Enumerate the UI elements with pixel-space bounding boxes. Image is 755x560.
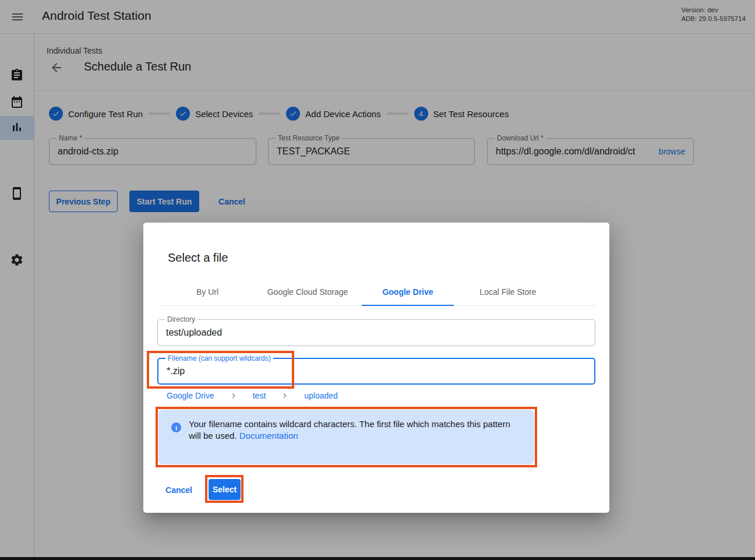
tab-google-cloud-storage[interactable]: Google Cloud Storage bbox=[257, 279, 358, 305]
filename-field-value[interactable]: *.zip bbox=[167, 366, 586, 376]
breadcrumb-google-drive[interactable]: Google Drive bbox=[167, 391, 214, 400]
dialog-select-button[interactable]: Select bbox=[209, 479, 241, 500]
tab-local-file-store[interactable]: Local File Store bbox=[458, 279, 558, 305]
wildcard-info-banner: i Your filename contains wildcard charac… bbox=[158, 410, 534, 464]
select-file-dialog: Select a file By Url Google Cloud Storag… bbox=[143, 223, 609, 513]
file-source-tabs: By Url Google Cloud Storage Google Drive… bbox=[157, 279, 595, 306]
filename-field[interactable]: Filename (can support wildcards) *.zip bbox=[157, 358, 595, 385]
dialog-title: Select a file bbox=[168, 251, 228, 265]
info-icon: i bbox=[171, 422, 181, 432]
wildcard-info-text: Your filename contains wildcard characte… bbox=[189, 418, 516, 441]
chevron-right-icon bbox=[280, 391, 290, 400]
documentation-link[interactable]: Documentation bbox=[239, 431, 298, 441]
breadcrumb-uploaded[interactable]: uploaded bbox=[304, 391, 338, 400]
chevron-right-icon bbox=[229, 391, 238, 400]
directory-field-value[interactable]: test/uploaded bbox=[166, 327, 587, 338]
filename-field-label: Filename (can support wildcards) bbox=[165, 355, 273, 362]
directory-field[interactable]: Directory test/uploaded bbox=[157, 319, 595, 346]
wildcard-info-sentence: Your filename contains wildcard characte… bbox=[189, 419, 510, 441]
tab-by-url[interactable]: By Url bbox=[157, 279, 257, 305]
breadcrumb-test[interactable]: test bbox=[253, 391, 266, 400]
drive-breadcrumb: Google Drive test uploaded bbox=[167, 391, 338, 400]
dialog-cancel-button[interactable]: Cancel bbox=[164, 480, 193, 501]
tab-google-drive[interactable]: Google Drive bbox=[358, 279, 458, 305]
app-window: Android Test Station Version: dev ADB: 2… bbox=[0, 0, 755, 560]
window-bottom-edge bbox=[0, 557, 755, 560]
directory-field-label: Directory bbox=[165, 316, 197, 323]
